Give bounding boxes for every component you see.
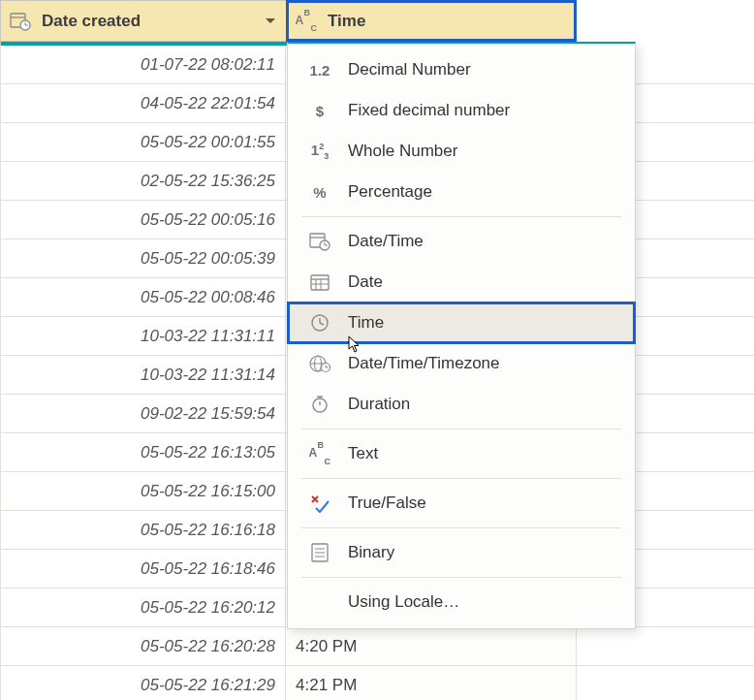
cell-date: 05-05-22 16:16:18 bbox=[0, 511, 286, 549]
menu-separator bbox=[301, 478, 621, 479]
menu-item-dttz[interactable]: Date/Time/Timezone bbox=[288, 343, 635, 384]
globe-clock-icon bbox=[305, 354, 334, 373]
menu-item-label: Decimal Number bbox=[348, 60, 471, 80]
menu-item-label: Date bbox=[348, 272, 383, 292]
menu-item-label: Date/Time/Timezone bbox=[348, 354, 500, 373]
menu-item-label: Percentage bbox=[348, 182, 432, 202]
1²3-icon: 123 bbox=[305, 142, 334, 161]
cell-time: 4:20 PM bbox=[286, 627, 577, 665]
cell-date: 02-05-22 15:36:25 bbox=[0, 162, 286, 200]
cell-date: 09-02-22 15:59:54 bbox=[0, 395, 286, 432]
text-type-icon: ABC bbox=[295, 10, 318, 33]
menu-item-binary[interactable]: Binary bbox=[288, 532, 635, 573]
cell-date: 05-05-22 16:21:29 bbox=[0, 666, 286, 700]
date-icon bbox=[305, 273, 334, 291]
datetime-icon bbox=[305, 232, 334, 251]
menu-item-bool[interactable]: True/False bbox=[288, 483, 635, 524]
cell-date: 10-03-22 11:31:11 bbox=[0, 317, 286, 355]
menu-item-label: Fixed decimal number bbox=[348, 101, 510, 120]
cell-date: 05-05-22 00:05:39 bbox=[0, 239, 286, 277]
cell-date: 05-05-22 16:20:28 bbox=[0, 627, 286, 665]
datatype-menu: 1.2Decimal Number$Fixed decimal number12… bbox=[287, 42, 636, 629]
xcheck-icon bbox=[305, 493, 334, 513]
column-header-date-label: Date created bbox=[42, 12, 261, 31]
binary-icon bbox=[305, 543, 334, 562]
svg-line-17 bbox=[320, 323, 324, 325]
menu-separator bbox=[301, 429, 621, 430]
$-icon: $ bbox=[305, 103, 334, 119]
cell-date: 05-05-22 00:08:46 bbox=[0, 278, 286, 316]
cell-date: 05-05-22 00:05:16 bbox=[0, 201, 286, 239]
cell-time: 4:21 PM bbox=[286, 666, 577, 700]
cell-date: 01-07-22 08:02:11 bbox=[0, 46, 286, 83]
column-header-date[interactable]: Date created bbox=[0, 0, 286, 42]
menu-item-text[interactable]: ABCText bbox=[288, 433, 635, 474]
menu-item-datetime[interactable]: Date/Time bbox=[288, 221, 635, 262]
ABC-icon: ABC bbox=[305, 445, 334, 461]
cell-date: 05-05-22 16:20:12 bbox=[0, 589, 286, 626]
menu-item-time[interactable]: Time bbox=[288, 302, 635, 343]
menu-item-fixed[interactable]: $Fixed decimal number bbox=[288, 90, 635, 131]
svg-rect-10 bbox=[311, 275, 329, 290]
menu-item-whole[interactable]: 123Whole Number bbox=[288, 131, 635, 172]
menu-item-label: Duration bbox=[348, 395, 410, 414]
table-row[interactable]: 05-05-22 16:21:294:21 PM bbox=[0, 666, 754, 700]
menu-item-label: Whole Number bbox=[348, 142, 457, 161]
menu-separator bbox=[301, 577, 621, 578]
menu-item-label: True/False bbox=[348, 493, 426, 513]
cell-date: 05-05-22 16:13:05 bbox=[0, 433, 286, 471]
menu-item-label: Using Locale… bbox=[348, 592, 459, 612]
menu-separator bbox=[301, 216, 621, 217]
table-row[interactable]: 05-05-22 16:20:284:20 PM bbox=[0, 627, 754, 666]
%-icon: % bbox=[305, 184, 334, 201]
cell-date: 10-03-22 11:31:14 bbox=[0, 356, 286, 394]
cell-date: 05-05-22 00:01:55 bbox=[0, 123, 286, 161]
menu-item-decimal[interactable]: 1.2Decimal Number bbox=[288, 49, 635, 90]
menu-item-label: Text bbox=[348, 444, 378, 463]
cell-date: 05-05-22 16:18:46 bbox=[0, 550, 286, 588]
datetime-icon bbox=[9, 10, 32, 33]
duration-icon bbox=[305, 395, 334, 414]
menu-item-date[interactable]: Date bbox=[288, 262, 635, 302]
menu-separator bbox=[301, 527, 621, 528]
cell-date: 05-05-22 16:15:00 bbox=[0, 472, 286, 510]
menu-item-label: Time bbox=[348, 313, 384, 333]
menu-item-label: Date/Time bbox=[348, 232, 424, 251]
cell-date: 04-05-22 22:01:54 bbox=[0, 84, 286, 122]
column-date-dropdown[interactable] bbox=[261, 12, 280, 31]
clock-icon bbox=[305, 313, 334, 333]
column-header-time-label: Time bbox=[328, 12, 570, 31]
menu-item-locale[interactable]: Using Locale… bbox=[288, 582, 635, 622]
column-header-time[interactable]: ABC Time bbox=[286, 0, 577, 42]
menu-item-duration[interactable]: Duration bbox=[288, 384, 635, 425]
menu-item-label: Binary bbox=[348, 543, 394, 562]
menu-item-percent[interactable]: %Percentage bbox=[288, 172, 635, 212]
1.2-icon: 1.2 bbox=[305, 62, 334, 79]
